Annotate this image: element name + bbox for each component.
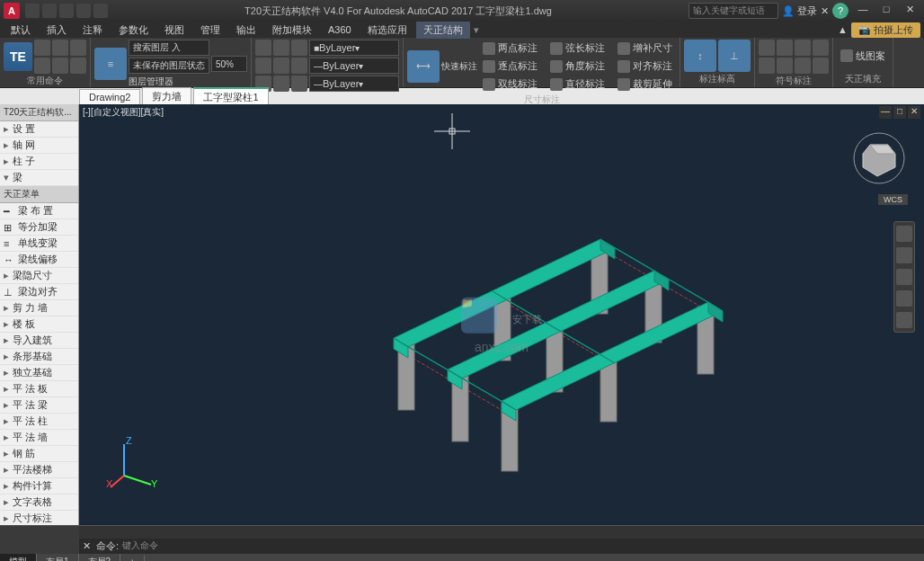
model-tab[interactable]: 模型 [0, 554, 37, 561]
nav-zoom-icon[interactable] [896, 269, 912, 285]
color-dropdown[interactable]: ■ ByLayer ▾ [309, 40, 399, 56]
tab-view[interactable]: 视图 [157, 22, 191, 39]
qat-save-icon[interactable] [59, 4, 74, 18]
nav-orbit-icon[interactable] [896, 290, 912, 307]
dim-diameter[interactable]: 直径标注 [546, 76, 609, 93]
sidebar-item[interactable]: ▸条形基础 [0, 349, 78, 365]
sidebar-item[interactable]: ▸导入建筑 [0, 333, 78, 349]
sidebar-item[interactable]: ▸尺寸标注 [0, 511, 78, 525]
sidebar-item[interactable]: ↔梁线偏移 [0, 252, 78, 268]
minimize-button[interactable]: — [852, 4, 874, 18]
prop-icon[interactable] [291, 58, 307, 74]
line-pattern-btn[interactable]: 线图案 [837, 48, 889, 65]
vp-close-icon[interactable]: ✕ [908, 106, 920, 119]
cmd-handle[interactable] [0, 526, 79, 554]
doc-tab[interactable]: 剪力墙 [142, 87, 191, 105]
vp-minimize-icon[interactable]: — [879, 106, 892, 119]
sidebar-item[interactable]: ▸文字表格 [0, 494, 78, 511]
cmd-icon[interactable] [52, 40, 68, 56]
tab-output[interactable]: 输出 [229, 22, 263, 39]
tangent-logo-icon[interactable]: TE [4, 42, 32, 71]
sidebar-item[interactable]: ▸平 法 柱 [0, 414, 78, 430]
layer-properties-icon[interactable]: ≡ [94, 48, 127, 80]
cmd-input[interactable]: ✕ 命令: 键入命令 [79, 539, 924, 554]
viewcube[interactable] [852, 131, 906, 185]
dim-angle[interactable]: 角度标注 [546, 58, 609, 75]
tab-insert[interactable]: 插入 [40, 22, 74, 39]
sym-icon[interactable] [813, 58, 829, 74]
tab-tangent[interactable]: 天正结构 [416, 22, 470, 39]
doc-tab-active[interactable]: 工字型梁柱1 [193, 87, 268, 106]
layout-tab[interactable]: 布局1 [37, 554, 79, 561]
lineweight-dropdown[interactable]: — ByLayer ▾ [309, 76, 399, 92]
ucs-icon[interactable]: Z Y X [106, 435, 160, 489]
wcs-label[interactable]: WCS [878, 194, 908, 205]
doc-tab[interactable]: Drawing2 [79, 89, 140, 104]
elevation-icon[interactable]: ↕ [684, 40, 716, 72]
dim-trim[interactable]: 裁剪延伸 [614, 76, 676, 93]
qat-redo-icon[interactable] [93, 4, 108, 18]
sym-icon[interactable] [795, 58, 811, 74]
dim-point[interactable]: 逐点标注 [479, 58, 541, 75]
tab-featured[interactable]: 精选应用 [360, 22, 414, 39]
dim-chord[interactable]: 弦长标注 [546, 40, 609, 57]
prop-icon[interactable] [291, 76, 307, 92]
tab-manage[interactable]: 管理 [193, 22, 227, 39]
tab-a360[interactable]: A360 [321, 22, 359, 37]
sym-icon[interactable] [759, 40, 775, 56]
help-icon[interactable]: ? [832, 3, 848, 19]
exchange-icon[interactable]: ✕ [821, 5, 829, 17]
sidebar-item[interactable]: ▸平 法 梁 [0, 397, 78, 414]
login-link[interactable]: 👤 登录 [782, 4, 817, 18]
prop-icon[interactable] [273, 40, 289, 56]
upload-button[interactable]: 📷 拍摄上传 [851, 22, 920, 38]
prop-icon[interactable] [273, 76, 289, 92]
sym-icon[interactable] [795, 40, 811, 56]
close-button[interactable]: ✕ [899, 4, 920, 18]
sym-icon[interactable] [759, 58, 775, 74]
dim-two-point[interactable]: 两点标注 [479, 40, 541, 57]
sidebar-item[interactable]: ▸楼 板 [0, 316, 78, 333]
tab-annotate[interactable]: 注释 [76, 22, 110, 39]
layer-search-input[interactable]: 搜索图层 入 [129, 40, 209, 56]
sidebar-item[interactable]: ≡单线变梁 [0, 236, 78, 252]
nav-wheel-icon[interactable] [896, 226, 912, 242]
tab-default[interactable]: 默认 [4, 22, 38, 39]
prop-icon[interactable] [291, 40, 307, 56]
cmd-icon[interactable] [34, 58, 50, 74]
nav-showmotion-icon[interactable] [896, 312, 912, 328]
qat-new-icon[interactable] [25, 4, 40, 18]
linetype-dropdown[interactable]: — ByLayer ▾ [309, 58, 399, 74]
sidebar-item[interactable]: ▸钢 筋 [0, 446, 78, 462]
qat-undo-icon[interactable] [76, 4, 91, 18]
tab-addins[interactable]: 附加模块 [265, 22, 319, 39]
dim-add[interactable]: 增补尺寸 [614, 40, 676, 57]
sidebar-item[interactable]: ▸独立基础 [0, 365, 78, 381]
elevation-icon2[interactable]: ⊥ [718, 40, 751, 72]
vp-maximize-icon[interactable]: □ [893, 106, 906, 119]
qat-open-icon[interactable] [42, 4, 57, 18]
layer-state-dropdown[interactable]: 未保存的图层状态 [129, 58, 209, 74]
cmd-icon[interactable] [70, 58, 86, 74]
sidebar-item-column[interactable]: ▸柱 子 [0, 154, 78, 170]
sidebar-item[interactable]: ━梁 布 置 [0, 203, 78, 219]
sym-icon[interactable] [813, 40, 829, 56]
cmd-close-icon[interactable]: ✕ [83, 540, 91, 552]
nav-pan-icon[interactable] [896, 247, 912, 263]
sidebar-item[interactable]: ▸平 法 板 [0, 381, 78, 397]
dim-align[interactable]: 对齐标注 [614, 58, 676, 75]
sidebar-item[interactable]: ⊥梁边对齐 [0, 284, 78, 300]
sidebar-item[interactable]: ▸平 法 墙 [0, 430, 78, 446]
ribbon-minimize-icon[interactable]: ▲ [838, 24, 848, 35]
prop-icon[interactable] [273, 58, 289, 74]
sidebar-item[interactable]: ▸梁隐尺寸 [0, 268, 78, 284]
sym-icon[interactable] [777, 58, 793, 74]
app-logo[interactable]: A [4, 3, 20, 19]
sidebar-item-beam[interactable]: ▾梁 [0, 170, 78, 186]
sidebar-item[interactable]: ⊞等分加梁 [0, 219, 78, 236]
cmd-icon[interactable] [34, 40, 50, 56]
sidebar-item[interactable]: ▸剪 力 墙 [0, 300, 78, 316]
dim-double[interactable]: 双线标注 [479, 76, 541, 93]
sym-icon[interactable] [777, 40, 793, 56]
tab-overflow-icon[interactable]: ▾ [474, 24, 479, 36]
